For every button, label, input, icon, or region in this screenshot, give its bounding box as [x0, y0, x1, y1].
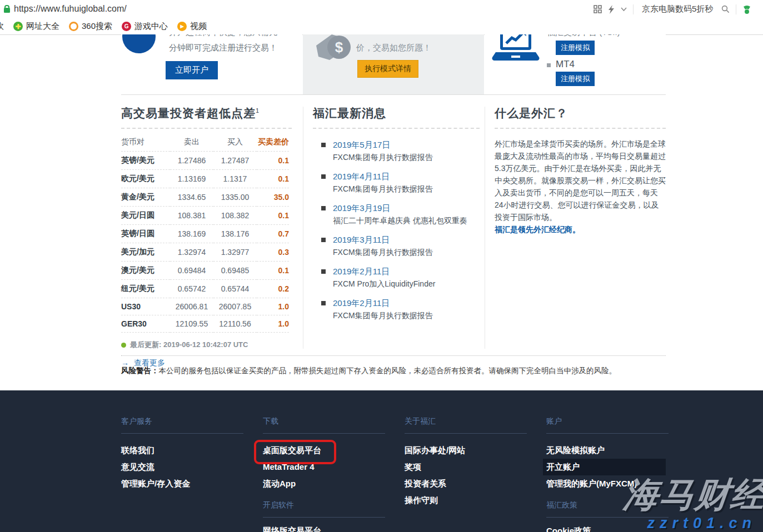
footer-link-offices[interactable]: 国际办事处/网站 — [405, 446, 527, 455]
open-account-button[interactable]: 立即开户 — [166, 61, 218, 79]
register-demo-button[interactable]: 注册模拟 — [556, 72, 595, 86]
clock-badge-icon — [122, 34, 156, 53]
news-text: FXCM集团每月执行数据报告 — [333, 153, 480, 163]
dotted-divider — [121, 355, 666, 356]
footer-header: 关于福汇 — [405, 416, 527, 434]
promo-platforms: 福汇交易平台 (TSII) 注册模拟 MT4 注册模拟 — [485, 34, 666, 94]
table-row: 美元/加元1.329741.329770.3 — [121, 243, 289, 262]
footer-link-awards[interactable]: 奖项 — [405, 463, 527, 471]
main-content: 高交易量投资者超低点差1 货币对 卖出 买入 买卖差价 英镑/美元1.27486… — [121, 106, 666, 355]
footer-col-customer-service: 客户服务 联络我们 意见交流 管理账户/存入资金 — [121, 416, 243, 496]
footer-link-mobile-app[interactable]: 流动App — [263, 479, 385, 488]
leading-broker-link[interactable]: 福汇是领先外汇经纪商。 — [495, 223, 666, 235]
square-bullet-icon — [321, 301, 326, 305]
footer-header: 账户 — [546, 416, 669, 434]
footer-link-demo-account[interactable]: 无风险模拟账户 — [546, 446, 669, 455]
browser-window: https://www.fuhuiglobal.com/ 京东电脑数码5折秒 — [0, 0, 763, 532]
toolbar-divider — [736, 4, 736, 14]
url-text[interactable]: https://www.fuhuiglobal.com/ — [14, 4, 127, 14]
news-list: 2019年5月17日 FXCM集团每月执行数据报告 2019年4月11日 FXC… — [313, 140, 480, 321]
section-title: 什么是外汇？ — [495, 106, 666, 121]
speed-mode-icon[interactable] — [608, 5, 615, 14]
laptop-chart-icon — [491, 34, 540, 64]
news-date-link[interactable]: 2019年3月19日 — [333, 203, 480, 214]
address-bar[interactable]: https://www.fuhuiglobal.com/ 京东电脑数码5折秒 — [0, 0, 763, 19]
promo-text: 价，交易如您所愿！ — [356, 43, 431, 53]
bookmark-game-center[interactable]: G 游戏中心 — [122, 21, 168, 32]
footer-link-metatrader4[interactable]: MetaTrader 4 — [263, 463, 385, 471]
table-row: US3026006.8126007.851.0 — [121, 298, 289, 315]
news-item: 2019年5月17日 FXCM集团每月执行数据报告 — [313, 140, 480, 163]
footer-header: 开启软件 — [263, 500, 385, 518]
ssl-lock-icon — [4, 8, 10, 13]
bookmark-video[interactable]: ▶ 视频 — [177, 21, 207, 32]
news-item: 2019年3月11日 FXCM集团每月执行数据报告 — [313, 235, 480, 258]
news-text: FXCM Pro加入LiquidityFinder — [333, 279, 480, 289]
dashed-rule — [313, 128, 480, 129]
footer-link-investor-relations[interactable]: 投资者关系 — [405, 479, 527, 488]
footer: 客户服务 联络我们 意见交流 管理账户/存入资金 下载 桌面版交易平台 Meta… — [0, 390, 763, 532]
money-bag-icon: $ — [313, 34, 357, 72]
news-text: FXCM集团每月执行数据报告 — [333, 311, 480, 321]
apps-grid-icon[interactable] — [594, 5, 602, 13]
news-section: 福汇最新消息 2019年5月17日 FXCM集团每月执行数据报告 2019年4月… — [313, 106, 480, 330]
bookmark-partial[interactable]: 欢 — [0, 21, 4, 32]
search-icon[interactable] — [721, 5, 730, 13]
column-divider — [303, 107, 303, 349]
footer-col-about: 关于福汇 国际办事处/网站 奖项 投资者关系 操作守则 — [405, 416, 527, 513]
toolbar-divider — [633, 4, 634, 14]
footer-link-web-platform[interactable]: 网络版交易平台 — [263, 526, 385, 532]
chevron-down-icon[interactable] — [621, 7, 627, 12]
news-date-link[interactable]: 2019年2月11日 — [333, 267, 480, 277]
spreads-section: 高交易量投资者超低点差1 货币对 卖出 买入 买卖差价 英镑/美元1.27486… — [121, 106, 292, 368]
table-row: 美元/日圆108.381108.3820.1 — [121, 207, 289, 225]
status-dot-icon — [121, 343, 126, 348]
promo-open-account: 开户过程简单快捷，您只需几 分钟即可完成注册进行交易！ 立即开户 — [121, 34, 302, 94]
table-header-row: 货币对 卖出 买入 买卖差价 — [121, 133, 289, 152]
dashed-rule — [495, 128, 666, 129]
browser-logo-icon[interactable] — [742, 4, 751, 14]
news-date-link[interactable]: 2019年2月11日 — [333, 298, 480, 309]
spread-table: 货币对 卖出 买入 买卖差价 英镑/美元1.274861.274870.1 欧元… — [121, 133, 289, 333]
square-bullet-icon — [321, 174, 326, 179]
execution-details-button[interactable]: 执行模式详情 — [357, 60, 418, 78]
register-demo-button[interactable]: 注册模拟 — [556, 41, 595, 55]
table-row: 欧元/美元1.131691.13170.1 — [121, 170, 289, 188]
promo-row: 开户过程简单快捷，您只需几 分钟即可完成注册进行交易！ 立即开户 $ 价，交易如… — [121, 34, 666, 95]
watermark-site: zzrt01.cn — [647, 515, 756, 532]
footer-link-code-of-conduct[interactable]: 操作守则 — [405, 496, 527, 505]
footer-header: 客户服务 — [121, 416, 243, 434]
game-icon: G — [122, 22, 131, 31]
footer-link-feedback[interactable]: 意见交流 — [121, 463, 243, 471]
search-box[interactable]: 京东电脑数码5折秒 — [640, 4, 715, 14]
section-title: 福汇最新消息 — [313, 106, 480, 121]
bookmark-sites[interactable]: ✚ 网址大全 — [13, 21, 59, 32]
about-forex-text: 外汇市场是全球货币买卖的场所。外汇市场是全球最庞大及流动性最高的市场，平均每日交… — [495, 138, 666, 235]
news-item: 2019年2月11日 FXCM Pro加入LiquidityFinder — [313, 267, 480, 289]
square-bullet-icon — [321, 143, 326, 147]
watermark-brand: 海马财经 — [622, 471, 763, 518]
sites-icon: ✚ — [13, 22, 23, 31]
bookmark-360-search[interactable]: 360搜索 — [69, 21, 112, 32]
footer-link-desktop-platform[interactable]: 桌面版交易平台 — [263, 446, 385, 455]
risk-warning: 风险警告：本公司的服务包括以保证金买卖的产品，附带损失超过阁下存入资金的风险，未… — [121, 366, 666, 376]
about-forex-section: 什么是外汇？ 外汇市场是全球货币买卖的场所。外汇市场是全球最庞大及流动性最高的市… — [495, 106, 666, 235]
news-date-link[interactable]: 2019年4月11日 — [333, 172, 480, 182]
play-icon: ▶ — [177, 22, 187, 31]
mt4-label[interactable]: MT4 — [556, 59, 575, 70]
news-item: 2019年4月11日 FXCM集团每月执行数据报告 — [313, 172, 480, 194]
footer-link-contact-us[interactable]: 联络我们 — [121, 446, 243, 455]
section-title: 高交易量投资者超低点差1 — [121, 106, 292, 121]
table-row: 英镑/日圆138.169138.1760.7 — [121, 225, 289, 243]
news-text: 福汇二十周年卓越庆典 优惠礼包双重奏 — [333, 216, 480, 226]
square-bullet-icon — [321, 269, 326, 274]
list-bullet — [547, 63, 551, 67]
ring-icon — [69, 22, 78, 31]
news-date-link[interactable]: 2019年5月17日 — [333, 140, 480, 150]
square-bullet-icon — [321, 238, 326, 242]
footer-link-manage-deposit[interactable]: 管理账户/存入资金 — [121, 479, 243, 488]
table-row: GER3012109.5512110.561.0 — [121, 315, 289, 333]
news-text: FXCM集团每月执行数据报告 — [333, 184, 480, 194]
news-date-link[interactable]: 2019年3月11日 — [333, 235, 480, 245]
news-item: 2019年3月19日 福汇二十周年卓越庆典 优惠礼包双重奏 — [313, 203, 480, 226]
